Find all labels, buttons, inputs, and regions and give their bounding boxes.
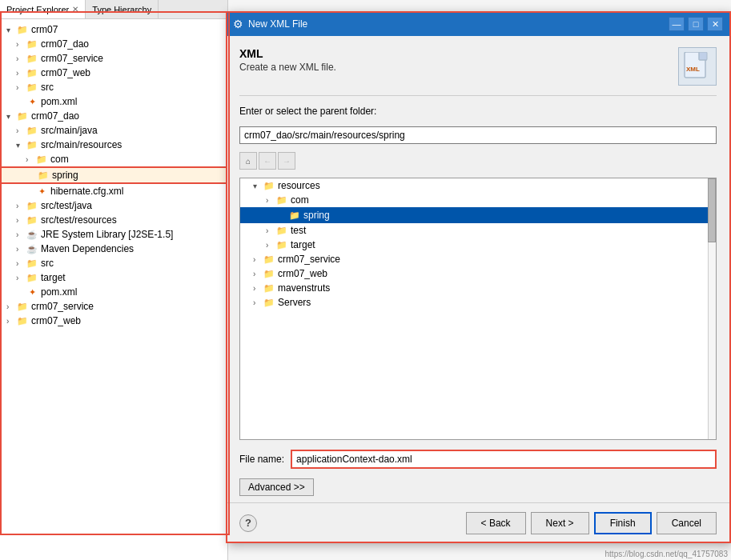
dialog-titlebar: ⚙ New XML File — □ ✕	[227, 12, 729, 36]
tree-item-jre[interactable]: › ☕ JRE System Library [J2SE-1.5]	[0, 227, 227, 242]
xml-file-icon: XML	[678, 47, 717, 86]
arrow-crm07service: ›	[16, 54, 26, 63]
folder-icon-spring-dialog: 📁	[288, 209, 301, 222]
folder-label: Enter or select the parent folder:	[239, 106, 717, 117]
nav-forward-button[interactable]: →	[278, 152, 295, 170]
tree-scrollbar-thumb[interactable]	[708, 178, 716, 242]
tree-item-crm07web[interactable]: › 📁 crm07_web	[0, 66, 227, 80]
label-crm07: crm07	[31, 24, 58, 35]
tab-project-explorer-close[interactable]: ✕	[72, 5, 78, 14]
minimize-button[interactable]: —	[669, 17, 685, 31]
xml-icon-pomxml: ✦	[26, 95, 38, 108]
folder-input[interactable]	[239, 126, 717, 144]
tree-item-test[interactable]: › 📁 test	[240, 223, 716, 238]
tree-item-target-dialog[interactable]: › 📁 target	[240, 238, 716, 252]
label-crm07dao2: crm07_dao	[31, 110, 79, 122]
filename-input[interactable]	[291, 450, 717, 469]
arrow-crm07dao2: ▾	[6, 112, 16, 121]
arrow-com-dialog: ›	[266, 196, 275, 205]
arrow-src: ›	[16, 83, 26, 92]
tree-item-spring[interactable]: 📁 spring	[0, 166, 227, 184]
tree-item-crm07service2[interactable]: › 📁 crm07_service	[0, 299, 227, 314]
maximize-button[interactable]: □	[688, 17, 704, 31]
folder-tree-pane: ▾ 📁 resources › 📁 com 📁 spring ›	[239, 178, 717, 440]
folder-icon-spring: 📁	[37, 169, 50, 182]
watermark: https://blog.csdn.net/qq_41757083	[605, 550, 728, 558]
label-resources: resources	[278, 180, 320, 191]
folder-icon-crm07service2: 📁	[16, 300, 29, 313]
tree-item-srctestresources[interactable]: › 📁 src/test/resources	[0, 213, 227, 227]
label-srcmainjava: src/main/java	[41, 125, 98, 136]
label-com: com	[50, 154, 69, 165]
nav-buttons-row: ⌂ ← →	[239, 152, 717, 170]
label-pomxml2: pom.xml	[41, 286, 77, 298]
tree-item-hibernate[interactable]: ✦ hibernate.cfg.xml	[0, 184, 227, 198]
tree-item-resources[interactable]: ▾ 📁 resources	[240, 178, 716, 193]
tree-item-mavenstruts[interactable]: › 📁 mavenstruts	[240, 281, 716, 295]
tree-item-com[interactable]: › 📁 com	[0, 152, 227, 166]
arrow-src2: ›	[16, 259, 26, 268]
cancel-button[interactable]: Cancel	[657, 512, 717, 534]
folder-icon-srcmainresources: 📁	[26, 138, 38, 151]
dialog-xml-label: XML	[239, 47, 336, 60]
label-target-dialog: target	[291, 239, 315, 250]
help-button[interactable]: ?	[239, 514, 257, 532]
tab-project-explorer[interactable]: Project Explorer ✕	[0, 0, 86, 18]
tree-item-crm07service-dialog[interactable]: › 📁 crm07_service	[240, 252, 716, 266]
tree-item-crm07[interactable]: ▾ 📁 crm07	[0, 22, 227, 37]
dialog-title-text: New XML File	[248, 18, 669, 30]
tree-item-mavendeps[interactable]: › ☕ Maven Dependencies	[0, 242, 227, 256]
finish-button[interactable]: Finish	[594, 512, 652, 534]
arrow-com: ›	[26, 155, 35, 164]
dialog-footer: ? < Back Next > Finish Cancel	[227, 502, 729, 542]
tree-scrollbar-track[interactable]	[708, 178, 716, 439]
tab-type-hierarchy[interactable]: Type Hierarchy	[86, 0, 159, 18]
arrow-crm07service-dialog: ›	[253, 255, 263, 264]
close-button[interactable]: ✕	[707, 17, 723, 31]
tree-item-target[interactable]: › 📁 target	[0, 270, 227, 285]
tree-item-pomxml2[interactable]: ✦ pom.xml	[0, 285, 227, 299]
folder-icon-crm07web2: 📁	[16, 314, 29, 327]
tree-item-src2[interactable]: › 📁 src	[0, 256, 227, 270]
footer-left: ?	[239, 514, 257, 532]
tree-item-servers[interactable]: › 📁 Servers	[240, 295, 716, 310]
label-crm07web: crm07_web	[41, 67, 90, 78]
label-target: target	[41, 272, 66, 283]
arrow-crm07dao: ›	[16, 40, 26, 49]
arrow-crm07web-dialog: ›	[253, 270, 263, 278]
explorer-tabs: Project Explorer ✕ Type Hierarchy	[0, 0, 227, 19]
back-button[interactable]: < Back	[466, 512, 526, 534]
folder-icon-test: 📁	[275, 224, 288, 237]
tree-item-crm07web2[interactable]: › 📁 crm07_web	[0, 314, 227, 328]
folder-icon-crm07web: 📁	[26, 66, 38, 79]
tree-item-crm07service[interactable]: › 📁 crm07_service	[0, 51, 227, 66]
dialog-content: XML Create a new XML file. XML Enter or …	[227, 36, 729, 502]
tree-item-srctestjava[interactable]: › 📁 src/test/java	[0, 198, 227, 213]
separator-top	[239, 95, 717, 96]
arrow-crm07web2: ›	[6, 317, 16, 326]
tree-item-crm07dao2[interactable]: ▾ 📁 crm07_dao	[0, 109, 227, 123]
tree-item-spring-dialog[interactable]: 📁 spring	[240, 207, 716, 223]
dialog-controls: — □ ✕	[669, 17, 723, 31]
tree-item-src[interactable]: › 📁 src	[0, 80, 227, 94]
label-crm07service: crm07_service	[41, 53, 103, 64]
folder-icon-src2: 📁	[26, 257, 38, 270]
tree-item-crm07web-dialog[interactable]: › 📁 crm07_web	[240, 266, 716, 281]
next-button[interactable]: Next >	[531, 512, 589, 534]
label-hibernate: hibernate.cfg.xml	[50, 186, 123, 197]
tree-item-com-dialog[interactable]: › 📁 com	[240, 193, 716, 207]
nav-back-button[interactable]: ←	[259, 152, 276, 170]
label-com-dialog: com	[291, 194, 309, 206]
folder-icon-crm07web-dialog: 📁	[263, 267, 275, 280]
tree-item-srcmainjava[interactable]: › 📁 src/main/java	[0, 123, 227, 138]
tree-item-pomxml[interactable]: ✦ pom.xml	[0, 94, 227, 109]
tree-item-srcmainresources[interactable]: ▾ 📁 src/main/resources	[0, 138, 227, 152]
tree-item-crm07dao[interactable]: › 📁 crm07_dao	[0, 37, 227, 51]
nav-home-button[interactable]: ⌂	[239, 152, 257, 170]
arrow-target-dialog: ›	[266, 241, 275, 250]
dialog-header-text: XML Create a new XML file.	[239, 47, 336, 73]
arrow-srcmainjava: ›	[16, 126, 26, 135]
advanced-button[interactable]: Advanced >>	[239, 478, 314, 496]
folder-icon-crm07: 📁	[16, 23, 29, 36]
folder-icon-crm07service: 📁	[26, 52, 38, 65]
